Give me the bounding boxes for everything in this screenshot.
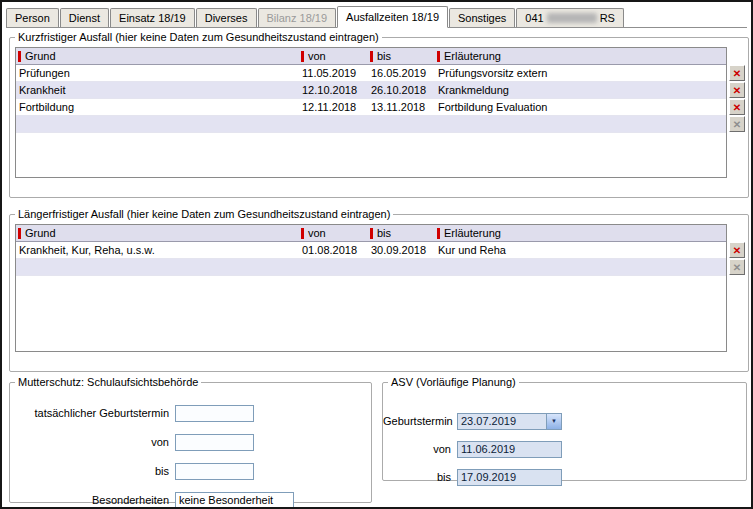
cell-grund: Krankheit, Kur, Reha, u.s.w. [16,242,299,258]
delete-row-button[interactable]: ✕ [729,82,745,98]
field-label: Geburtstermin [383,415,457,427]
delete-row-button-disabled[interactable]: ✕ [729,259,745,275]
tab-school-id-suffix: RS [600,12,615,24]
tab-school-id[interactable]: 041RS [516,8,624,27]
row-delete-column: ✕ ✕ ✕ ✕ [729,47,745,178]
dropdown-arrow-icon[interactable]: ▼ [546,414,561,429]
cell-von: 12.10.2018 [299,82,368,98]
cell-erlaeuterung [435,259,726,275]
field-label: bis [10,465,175,477]
besonderheiten-input[interactable] [175,492,294,509]
column-header-erlaeuterung: Erläuterung [435,48,726,64]
field-label: Besonderheiten [10,494,175,506]
cell-bis: 26.10.2018 [368,82,435,98]
cell-von: 11.05.2019 [299,65,368,81]
tab-sonstiges[interactable]: Sonstiges [449,8,515,27]
mutterschutz-group: Mutterschutz: Schulaufsichtsbehörde tats… [9,376,372,503]
group-title: Längerfristiger Ausfall (hier keine Date… [15,208,393,220]
delete-row-button-disabled[interactable]: ✕ [729,116,745,132]
table-row[interactable]: Krankheit 12.10.2018 26.10.2018 Krankmel… [16,82,726,99]
cell-bis: 13.11.2018 [368,99,435,115]
delete-row-button[interactable]: ✕ [729,242,745,258]
cell-von: 12.11.2018 [299,99,368,115]
cell-bis: 16.05.2019 [368,65,435,81]
column-marker [301,51,304,62]
table-row-empty[interactable] [16,116,726,133]
table-row-empty[interactable] [16,259,726,276]
cell-erlaeuterung: Fortbildung Evaluation [435,99,726,115]
column-header-erlaeuterung: Erläuterung [435,225,726,241]
column-header-grund: Grund [16,48,299,64]
cell-bis: 30.09.2018 [368,242,435,258]
table-empty-area [16,276,726,351]
column-header-von: von [299,48,368,64]
tab-person[interactable]: Person [6,8,59,27]
asv-bis-field[interactable]: 17.09.2019 [457,469,562,486]
laengerfristiger-ausfall-group: Längerfristiger Ausfall (hier keine Date… [9,208,749,372]
column-header-bis: bis [368,48,435,64]
column-header-von: von [299,225,368,241]
tab-einsatz[interactable]: Einsatz 18/19 [110,8,195,27]
tab-diverses[interactable]: Diverses [196,8,257,27]
table-empty-area [16,133,726,177]
asv-von-field[interactable]: 11.06.2019 [457,441,562,458]
tab-dienst[interactable]: Dienst [60,8,109,27]
tatsaechlicher-geburtstermin-input[interactable] [175,405,254,422]
asv-group: ASV (Vorläufige Planung) Geburtstermin 2… [382,376,747,481]
cell-bis [368,116,435,132]
cell-grund: Prüfungen [16,65,299,81]
column-header-bis: bis [368,225,435,241]
delete-row-button[interactable]: ✕ [729,65,745,81]
field-label: bis [383,471,457,483]
delete-row-button[interactable]: ✕ [729,99,745,115]
field-label: tatsächlicher Geburtstermin [10,407,175,419]
table-row[interactable]: Fortbildung 12.11.2018 13.11.2018 Fortbi… [16,99,726,116]
cell-erlaeuterung: Krankmeldung [435,82,726,98]
cell-grund [16,116,299,132]
cell-grund: Krankheit [16,82,299,98]
asv-geburtstermin-combobox[interactable]: 23.07.2019 ▼ [457,413,562,430]
tab-ausfallzeiten[interactable]: Ausfallzeiten 18/19 [337,6,448,28]
column-marker [437,228,440,239]
combobox-value: 23.07.2019 [458,414,546,429]
tab-bar: Person Dienst Einsatz 18/19 Diverses Bil… [6,5,747,28]
long-absence-table: Grund von bis Erläuterung Krankheit, Kur… [15,224,727,352]
column-marker [18,51,21,62]
table-header-row: Grund von bis Erläuterung [16,48,726,65]
field-value: 11.06.2019 [458,442,561,457]
field-value: 17.09.2019 [458,470,561,485]
app-window: Person Dienst Einsatz 18/19 Diverses Bil… [0,0,753,509]
column-marker [370,228,373,239]
table-header-row: Grund von bis Erläuterung [16,225,726,242]
field-label: von [10,436,175,448]
redacted-text [547,13,597,23]
cell-erlaeuterung: Prüfungsvorsitz extern [435,65,726,81]
column-marker [18,228,21,239]
cell-von: 01.08.2018 [299,242,368,258]
row-delete-column: ✕ ✕ [729,224,745,352]
kurzfristiger-ausfall-group: Kurzfristiger Ausfall (hier keine Daten … [9,31,749,198]
group-title: Mutterschutz: Schulaufsichtsbehörde [15,376,201,388]
column-marker [437,51,440,62]
field-label: von [383,443,457,455]
cell-von [299,116,368,132]
tab-bilanz: Bilanz 18/19 [258,8,337,27]
column-header-grund: Grund [16,225,299,241]
group-title: ASV (Vorläufige Planung) [388,376,519,388]
column-marker [370,51,373,62]
tab-school-id-prefix: 041 [525,12,543,24]
cell-bis [368,259,435,275]
table-row[interactable]: Krankheit, Kur, Reha, u.s.w. 01.08.2018 … [16,242,726,259]
column-marker [301,228,304,239]
mutterschutz-bis-input[interactable] [175,463,254,480]
cell-grund [16,259,299,275]
short-absence-table: Grund von bis Erläuterung Prüfungen 11.0… [15,47,727,178]
cell-erlaeuterung: Kur und Reha [435,242,726,258]
cell-erlaeuterung [435,116,726,132]
cell-grund: Fortbildung [16,99,299,115]
mutterschutz-von-input[interactable] [175,434,254,451]
group-title: Kurzfristiger Ausfall (hier keine Daten … [15,31,382,43]
table-row[interactable]: Prüfungen 11.05.2019 16.05.2019 Prüfungs… [16,65,726,82]
cell-von [299,259,368,275]
